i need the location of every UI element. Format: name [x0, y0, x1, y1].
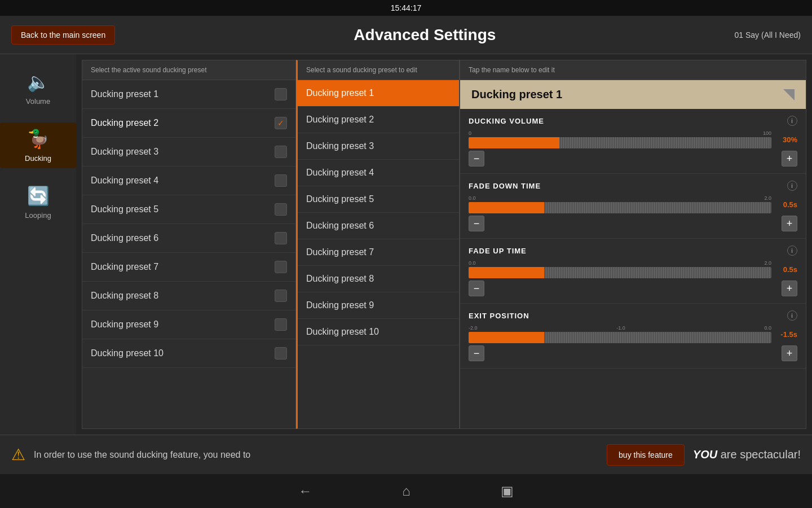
fade-down-track[interactable] — [469, 202, 771, 213]
ducking-volume-info-icon[interactable]: i — [787, 116, 797, 126]
volume-icon: 🔈 — [27, 71, 50, 93]
main-content: 🔈 Volume 🦆 Ducking 🔄 Looping Select the … — [0, 54, 812, 435]
list-item[interactable]: Ducking preset 9 — [298, 292, 459, 319]
list-item[interactable]: Ducking preset 5 — [298, 186, 459, 213]
ducking-volume-plus[interactable]: + — [782, 151, 797, 167]
fade-down-value: 0.5s — [775, 200, 797, 209]
ducking-volume-buttons: − + — [469, 151, 797, 167]
exit-position-info-icon[interactable]: i — [787, 310, 797, 321]
fade-up-minus[interactable]: − — [469, 281, 484, 296]
fade-up-fill — [469, 267, 544, 278]
edit-preset-label: Ducking preset 1 — [306, 88, 374, 98]
list-item[interactable]: Ducking preset 3 — [82, 138, 295, 167]
fade-up-section: FADE UP TIME i 0.0 2.0 0.5s — [460, 239, 806, 304]
list-item[interactable]: Ducking preset 1 — [82, 80, 295, 109]
fade-up-plus[interactable]: + — [782, 281, 797, 296]
fade-down-minus[interactable]: − — [469, 216, 484, 231]
sidebar-item-ducking[interactable]: 🦆 Ducking — [0, 122, 76, 168]
exit-position-plus[interactable]: + — [782, 345, 797, 361]
spectacular-text: YOU are spectacular! — [693, 448, 801, 461]
list-item[interactable]: Ducking preset 2 ✓ — [82, 109, 295, 138]
warning-icon: ⚠ — [11, 445, 25, 464]
exit-position-track[interactable] — [469, 332, 771, 343]
list-item[interactable]: Ducking preset 1 — [298, 80, 459, 107]
preset-label: Ducking preset 3 — [91, 147, 158, 157]
preset-label: Ducking preset 1 — [91, 89, 158, 99]
exit-position-minus[interactable]: − — [469, 345, 484, 361]
preset-checkbox — [275, 347, 287, 360]
preset-checkbox — [275, 203, 287, 216]
status-time: 15:44:17 — [391, 3, 422, 12]
fade-up-info-icon[interactable]: i — [787, 246, 797, 256]
preset-checkbox: ✓ — [275, 117, 287, 129]
fade-up-range: 0.0 2.0 — [469, 260, 771, 266]
list-item[interactable]: Ducking preset 10 — [298, 319, 459, 345]
status-bar: 15:44:17 — [0, 0, 812, 16]
edit-preset-label: Ducking preset 2 — [306, 115, 374, 125]
edit-preset-label: Ducking preset 10 — [306, 327, 379, 337]
you-text: YOU — [693, 448, 717, 461]
preset-label: Ducking preset 5 — [91, 204, 158, 214]
exit-position-value: -1.5s — [775, 330, 797, 339]
notification-text: In order to use the sound ducking featur… — [34, 450, 598, 460]
panel-right: Tap the name below to edit it Ducking pr… — [460, 60, 806, 429]
ducking-volume-minus[interactable]: − — [469, 151, 484, 167]
preset-checkbox — [275, 318, 287, 331]
preset-checkbox — [275, 232, 287, 244]
nav-bar: ← ⌂ ▣ — [0, 474, 812, 508]
fade-down-plus[interactable]: + — [782, 216, 797, 231]
nav-back-icon[interactable]: ← — [298, 483, 312, 499]
list-item[interactable]: Ducking preset 9 — [82, 310, 295, 339]
sidebar-item-volume[interactable]: 🔈 Volume — [0, 65, 76, 111]
list-item[interactable]: Ducking preset 8 — [82, 282, 295, 310]
buy-button[interactable]: buy this feature — [607, 444, 685, 466]
back-button[interactable]: Back to the main screen — [11, 25, 115, 45]
loop-icon: 🔄 — [27, 185, 50, 207]
fade-down-info-icon[interactable]: i — [787, 181, 797, 191]
list-item[interactable]: Ducking preset 7 — [298, 239, 459, 266]
preset-label: Ducking preset 6 — [91, 233, 158, 243]
page-title: Advanced Settings — [354, 26, 496, 44]
ducking-volume-track[interactable] — [469, 137, 771, 148]
list-item[interactable]: Ducking preset 10 — [82, 339, 295, 368]
edit-preset-label: Ducking preset 3 — [306, 141, 374, 151]
fade-down-buttons: − + — [469, 216, 797, 231]
notification-bar: ⚠ In order to use the sound ducking feat… — [0, 435, 812, 474]
fade-up-value: 0.5s — [775, 265, 797, 274]
list-item[interactable]: Ducking preset 6 — [82, 224, 295, 253]
active-preset-list: Ducking preset 1 Ducking preset 2 ✓ Duck… — [82, 80, 295, 428]
edit-preset-list: Ducking preset 1Ducking preset 2Ducking … — [298, 80, 459, 428]
list-item[interactable]: Ducking preset 4 — [82, 167, 295, 195]
nav-recent-icon[interactable]: ▣ — [501, 483, 514, 499]
ducking-volume-label: DUCKING VOLUME i — [469, 116, 797, 126]
preset-label: Ducking preset 7 — [91, 262, 158, 272]
list-item[interactable]: Ducking preset 7 — [82, 253, 295, 282]
preset-title: Ducking preset 1 — [471, 88, 562, 101]
list-item[interactable]: Ducking preset 8 — [298, 266, 459, 292]
list-item[interactable]: Ducking preset 3 — [298, 133, 459, 160]
edit-preset-label: Ducking preset 4 — [306, 168, 374, 178]
exit-position-section: EXIT POSITION i -2.0 -1.0 0.0 — [460, 304, 806, 369]
preset-label: Ducking preset 10 — [91, 348, 164, 358]
list-item[interactable]: Ducking preset 6 — [298, 213, 459, 239]
panel-left: Select the active sound ducking preset D… — [82, 60, 296, 429]
sidebar-item-looping[interactable]: 🔄 Looping — [0, 179, 76, 225]
edit-preset-label: Ducking preset 9 — [306, 300, 374, 310]
fade-up-track[interactable] — [469, 267, 771, 278]
list-item[interactable]: Ducking preset 2 — [298, 107, 459, 133]
exit-position-fill — [469, 332, 544, 343]
preset-checkbox — [275, 146, 287, 158]
exit-position-range: -2.0 -1.0 0.0 — [469, 325, 771, 331]
panel-left-header: Select the active sound ducking preset — [82, 60, 295, 80]
edit-preset-label: Ducking preset 7 — [306, 247, 374, 257]
nav-home-icon[interactable]: ⌂ — [402, 483, 411, 499]
panel-middle-header: Select a sound ducking preset to edit — [298, 60, 459, 80]
preset-label: Ducking preset 2 — [91, 118, 158, 128]
list-item[interactable]: Ducking preset 5 — [82, 195, 295, 224]
content-area: Select the active sound ducking preset D… — [76, 54, 812, 435]
panel-middle: Select a sound ducking preset to edit Du… — [296, 60, 460, 429]
preset-title-corner — [783, 89, 795, 100]
list-item[interactable]: Ducking preset 4 — [298, 160, 459, 186]
sidebar-item-volume-label: Volume — [26, 97, 50, 106]
exit-position-label: EXIT POSITION i — [469, 310, 797, 321]
